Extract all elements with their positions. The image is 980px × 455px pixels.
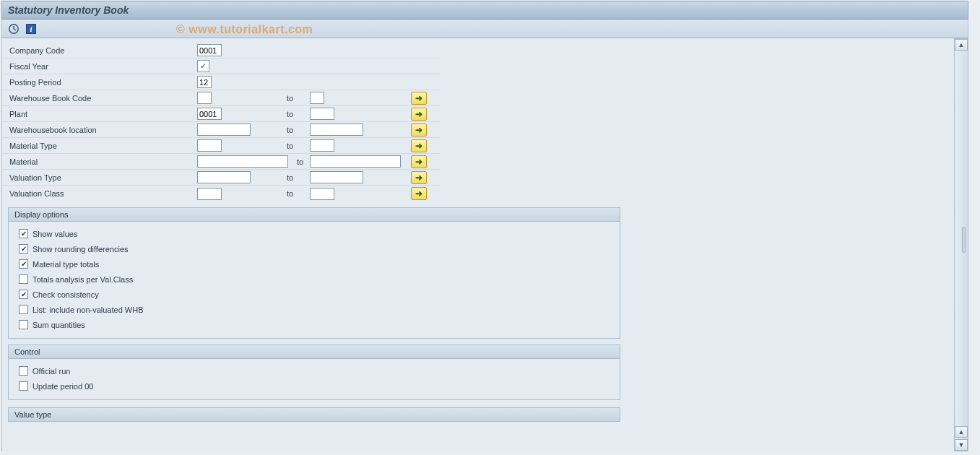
material-type-label: Material Type — [2, 138, 197, 154]
plant-label: Plant — [2, 106, 197, 122]
plant-to-input[interactable] — [310, 108, 334, 120]
valuation-class-label: Valuation Class — [2, 186, 197, 202]
whb-code-label: Warehouse Book Code — [2, 90, 197, 106]
official-run-checkbox[interactable] — [19, 366, 28, 376]
check-consistency-label: Check consistency — [32, 290, 99, 299]
material-type-from-input[interactable] — [197, 139, 222, 152]
valuation-type-to-input[interactable] — [310, 171, 363, 183]
scroll-up-small-icon[interactable]: ▲ — [955, 426, 968, 438]
whb-location-to-label: to — [284, 122, 310, 138]
official-run-label: Official run — [32, 367, 70, 376]
scroll-grip[interactable] — [962, 227, 966, 253]
whb-code-to-label: to — [284, 90, 310, 106]
material-row: Material to ➜ — [2, 154, 954, 170]
whb-code-row: Warehouse Book Code to ➜ — [2, 90, 954, 106]
valuation-class-from-input[interactable] — [197, 188, 222, 200]
arrow-right-icon: ➜ — [415, 188, 422, 199]
selection-screen: Company Code Fiscal Year ✓ Posting Perio… — [1, 38, 955, 451]
valuation-type-to-label: to — [284, 170, 310, 186]
update-period-00-label: Update period 00 — [32, 382, 93, 391]
material-type-totals-label: Material type totals — [32, 260, 99, 269]
totals-val-class-checkbox[interactable] — [19, 274, 28, 284]
fiscal-year-check[interactable]: ✓ — [197, 60, 209, 72]
material-type-row: Material Type to ➜ — [2, 138, 954, 154]
whb-location-label: Warehousebook location — [2, 122, 197, 138]
valuation-type-multi-select-button[interactable]: ➜ — [411, 171, 427, 184]
show-rounding-diff-label: Show rounding differencies — [32, 245, 129, 254]
show-values-checkbox[interactable] — [19, 229, 28, 238]
material-type-multi-select-button[interactable]: ➜ — [411, 139, 427, 152]
whb-location-to-input[interactable] — [310, 124, 363, 136]
include-non-valuated-whb-label: List: include non-valuated WHB — [32, 306, 143, 314]
arrow-right-icon: ➜ — [415, 141, 422, 151]
whb-code-to-input[interactable] — [310, 92, 324, 104]
valuation-class-multi-select-button[interactable]: ➜ — [411, 187, 427, 200]
plant-row: Plant to ➜ — [2, 106, 954, 122]
page-title: Statutory Inventory Book — [8, 4, 129, 16]
arrow-right-icon: ➜ — [415, 157, 422, 167]
valuation-class-row: Valuation Class to ➜ — [2, 186, 954, 202]
whb-location-row: Warehousebook location to ➜ — [2, 122, 954, 138]
valuation-type-from-input[interactable] — [197, 171, 251, 183]
value-type-group-header: Value type — [8, 407, 620, 422]
whb-location-multi-select-button[interactable]: ➜ — [411, 124, 427, 136]
material-to-label: to — [294, 154, 310, 170]
material-type-totals-checkbox[interactable] — [19, 259, 28, 269]
scroll-up-icon[interactable]: ▲ — [955, 39, 968, 51]
valuation-type-label: Valuation Type — [2, 170, 197, 186]
fiscal-year-row: Fiscal Year ✓ — [2, 58, 954, 74]
information-icon[interactable]: i — [24, 22, 38, 35]
arrow-right-icon: ➜ — [415, 93, 422, 103]
arrow-right-icon: ➜ — [415, 173, 422, 183]
material-from-input[interactable] — [197, 155, 288, 168]
arrow-right-icon: ➜ — [415, 125, 422, 135]
plant-from-input[interactable] — [197, 108, 222, 120]
totals-val-class-label: Totals analysis per Val.Class — [32, 275, 133, 284]
posting-period-label: Posting Period — [2, 74, 197, 90]
vertical-scrollbar[interactable]: ▲ ▲ ▼ — [955, 38, 968, 451]
valuation-class-to-label: to — [284, 186, 310, 202]
posting-period-input[interactable] — [197, 76, 212, 88]
whb-location-from-input[interactable] — [197, 124, 251, 136]
sum-quantities-checkbox[interactable] — [19, 320, 28, 329]
material-to-input[interactable] — [310, 155, 401, 168]
control-group: Control Official run Update period 00 — [8, 344, 620, 400]
display-options-group: Display options Show values Show roundin… — [8, 207, 620, 339]
scroll-down-icon[interactable]: ▼ — [955, 439, 968, 451]
company-code-label: Company Code — [2, 43, 197, 58]
posting-period-row: Posting Period — [2, 74, 954, 90]
valuation-class-to-input[interactable] — [310, 188, 334, 200]
show-values-label: Show values — [32, 230, 77, 238]
update-period-00-checkbox[interactable] — [19, 381, 28, 391]
material-multi-select-button[interactable]: ➜ — [411, 155, 427, 168]
fiscal-year-label: Fiscal Year — [2, 58, 197, 74]
plant-to-label: to — [284, 106, 310, 122]
display-options-title: Display options — [9, 208, 620, 222]
execute-icon[interactable] — [6, 22, 21, 35]
check-consistency-checkbox[interactable] — [19, 290, 28, 299]
company-code-input[interactable] — [197, 44, 222, 56]
application-toolbar: i — [1, 20, 968, 38]
company-code-row: Company Code — [2, 43, 954, 58]
plant-multi-select-button[interactable]: ➜ — [411, 108, 427, 121]
svg-line-2 — [14, 29, 16, 30]
sum-quantities-label: Sum quantities — [32, 321, 85, 329]
show-rounding-diff-checkbox[interactable] — [19, 244, 28, 254]
whb-code-from-input[interactable] — [197, 92, 212, 104]
page-title-bar: Statutory Inventory Book — [1, 1, 968, 20]
include-non-valuated-whb-checkbox[interactable] — [19, 305, 28, 314]
whb-code-multi-select-button[interactable]: ➜ — [411, 92, 427, 105]
control-title: Control — [9, 345, 620, 359]
material-label: Material — [2, 154, 197, 170]
valuation-type-row: Valuation Type to ➜ — [2, 170, 954, 186]
material-type-to-input[interactable] — [310, 139, 334, 152]
arrow-right-icon: ➜ — [415, 109, 422, 119]
material-type-to-label: to — [284, 138, 310, 154]
